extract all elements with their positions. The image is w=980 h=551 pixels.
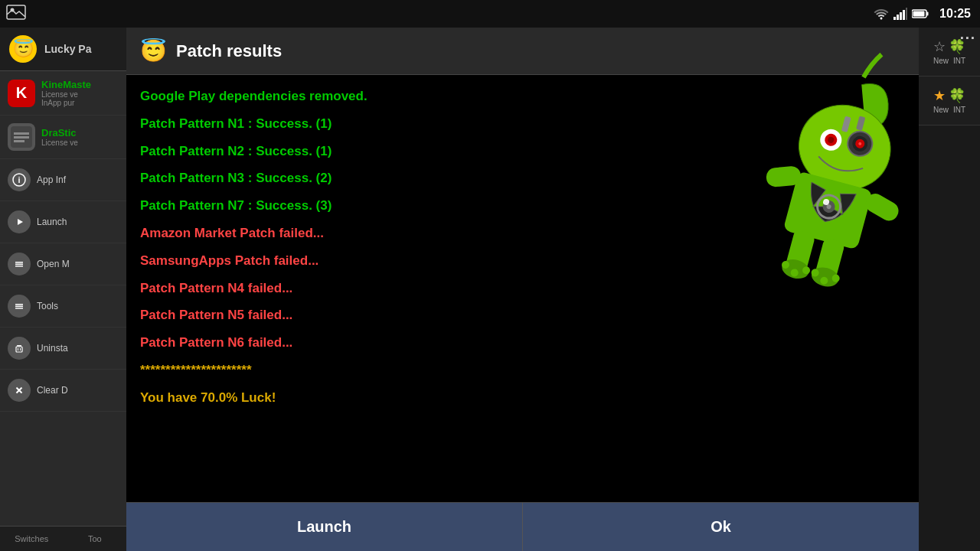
launch-button[interactable]: Launch [126,503,523,551]
result-line-8: Patch Pattern N5 failed... [140,306,905,324]
app-info-item[interactable]: i App Inf [0,159,126,201]
new-label-2: New [933,106,949,114]
result-line-10: ********************** [140,361,905,380]
star-icon-2: ★ [933,87,946,104]
result-line-5: Amazon Market Patch failed... [140,224,905,243]
clover-icon-2: 🍀 [949,87,965,104]
svg-rect-27 [17,345,21,347]
result-line-9: Patch Pattern N6 failed... [140,334,905,352]
svg-rect-4 [906,8,907,20]
patch-results-dialog: 😇 Patch results Google Play dependencies… [126,28,919,551]
uninstall-icon [8,337,31,360]
battery-icon [912,8,929,19]
status-bar: 10:25 [0,0,980,28]
svg-rect-6 [927,12,929,16]
status-time: 10:25 [939,7,971,21]
open-menu-label: Open M [37,259,70,269]
svg-text:i: i [18,175,20,184]
svg-rect-23 [15,304,23,305]
kinemaster-name: KineMaste [41,79,91,90]
svg-point-26 [13,342,25,354]
kinemaster-icon: K [8,80,35,107]
tab-switches[interactable]: Switches [0,527,64,551]
clear-data-label: Clear D [37,385,68,396]
new-label-1: New [933,57,949,65]
star-icons-2: ★ 🍀 [933,87,965,104]
drastic-name: DraStic [41,127,78,139]
result-line-6: SamsungApps Patch failed... [140,252,905,270]
drastic-item[interactable]: DraStic License ve [0,116,126,159]
dialog-header: 😇 Patch results [126,28,919,75]
kinemaster-sub1: License ve [41,90,91,99]
svg-rect-7 [913,11,925,17]
open-menu-icon [8,253,31,276]
tools-item[interactable]: Tools [0,285,126,328]
int-label-1: INT [953,57,965,65]
svg-rect-12 [14,136,29,139]
background-app-panel: 😇 Lucky Pa K KineMaste License ve InApp … [0,28,126,551]
bg-app-title: Lucky Pa [44,43,91,55]
svg-rect-24 [15,306,23,308]
uninstall-label: Uninsta [37,343,68,354]
star-group-2: ★ 🍀 New INT [919,77,980,126]
drastic-icon [8,123,35,151]
svg-rect-25 [15,308,23,309]
svg-rect-20 [15,264,23,266]
svg-rect-3 [903,10,905,20]
svg-rect-21 [15,266,23,267]
tools-icon [8,295,31,318]
wifi-icon [874,8,889,20]
launch-item[interactable]: Launch [0,201,126,243]
svg-rect-2 [900,12,902,20]
app-info-label: App Inf [37,174,66,185]
result-line-2: Patch Pattern N2 : Success. (1) [140,142,905,161]
info-icon: i [8,168,31,191]
uninstall-item[interactable]: Uninsta [0,328,126,370]
tab-tools[interactable]: Too [64,527,127,551]
launch-label: Launch [37,217,67,227]
lucky-patcher-icon: 😇 [9,35,37,63]
dialog-header-title: Patch results [176,41,282,61]
star-labels-2: New INT [933,106,965,114]
clear-data-item[interactable]: Clear D [0,370,126,412]
dialog-buttons: Launch Ok [126,502,919,551]
dialog-header-icon: 😇 [140,38,167,64]
star-icon-1: ☆ [933,38,946,55]
result-line-7: Patch Pattern N4 failed... [140,279,905,298]
svg-rect-19 [15,262,23,263]
bg-app-header: 😇 Lucky Pa [0,28,126,71]
kinemaster-info: KineMaste License ve InApp pur [41,79,91,107]
status-icons: 10:25 [874,7,971,21]
more-button[interactable]: ⋮ [959,31,977,44]
svg-rect-0 [893,17,896,20]
result-line-0: Google Play dependencies removed. [140,87,905,106]
tools-label: Tools [37,301,58,311]
result-line-4: Patch Pattern N7 : Success. (3) [140,197,905,215]
result-line-1: Patch Pattern N1 : Success. (1) [140,115,905,133]
result-line-3: Patch Pattern N3 : Success. (2) [140,169,905,187]
drastic-info: DraStic License ve [41,127,78,147]
int-label-2: INT [953,106,965,114]
bottom-tabs: Switches Too [0,526,126,551]
dialog-content: Google Play dependencies removed. Patch … [126,75,919,502]
gallery-icon [6,3,26,24]
launch-icon [8,210,31,233]
result-line-11: You have 70.0% Luck! [140,389,905,407]
svg-rect-1 [897,15,899,20]
open-menu-item[interactable]: Open M [0,243,126,285]
drastic-sub1: License ve [41,139,78,147]
kinemaster-sub2: InApp pur [41,99,91,107]
clear-icon [8,379,31,402]
kinemaster-item[interactable]: K KineMaste License ve InApp pur [0,71,126,116]
ok-button[interactable]: Ok [523,503,919,551]
signal-icon [893,8,907,20]
star-labels-1: New INT [933,57,965,65]
svg-rect-11 [14,132,29,135]
svg-rect-13 [14,140,24,142]
